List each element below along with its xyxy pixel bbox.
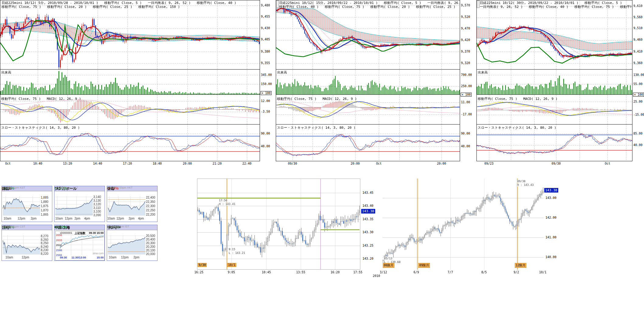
y-axis-label: 9,405 xyxy=(261,38,270,41)
y-axis-label: 85.00 xyxy=(633,132,642,135)
x-axis-label: 4pm xyxy=(84,217,90,220)
widget-plot[interactable] xyxy=(3,196,40,216)
x-axis-label: 18:40 xyxy=(149,162,165,166)
y-axis-label: 40.00 xyxy=(633,143,642,147)
y-axis-label: 130.00 xyxy=(633,73,644,77)
y-axis-label: 90.00 xyxy=(461,132,470,135)
volume-section-label: 出来高 xyxy=(1,70,11,75)
x-axis-label: 9:05 xyxy=(223,271,239,274)
y-axis-label: 8,260 xyxy=(41,238,48,241)
y-axis-label: 3,130 xyxy=(93,199,101,202)
x-axis-label: Oct xyxy=(371,162,387,166)
x-axis-label: 21:20 xyxy=(209,162,225,166)
y-axis-label: 1,880 xyxy=(41,200,48,203)
market-widget-china[interactable]: 中国 上海+1.72%sh000001上证指数09-30 15:00265626… xyxy=(54,225,105,261)
x-axis-label: 09:30 xyxy=(60,256,67,259)
stochastics-section-label: スロー・ストキャスティクス( 14, 3, 80, 20 ) xyxy=(478,125,556,130)
y-axis-label: 9,570 xyxy=(461,4,470,7)
y-axis-label: 9,460 xyxy=(633,38,642,42)
x-axis-label: 2pm xyxy=(129,217,134,220)
widget-plot[interactable] xyxy=(108,235,145,254)
y-axis-label: 9,430 xyxy=(261,26,270,30)
x-axis-label: Oct xyxy=(0,162,16,166)
nikkei-chart-30min[interactable]: 日経225mini 10/12( 30分, 2010/09/22 - 2010/… xyxy=(476,0,644,166)
y-axis-label: 143.30 xyxy=(362,230,373,234)
market-widget-taiwan[interactable]: 台湾+0.08%^TWIIOct 1, 1:25pm CST8,2708,260… xyxy=(2,225,52,261)
y-axis-label: 20,300 xyxy=(146,241,155,245)
y-axis-label: 9,480 xyxy=(261,4,270,7)
y-axis-label: 9,510 xyxy=(633,26,642,30)
x-axis-label: 09/30 xyxy=(548,162,564,166)
volume-section-label: 出来高 xyxy=(277,70,287,75)
widget-plot[interactable] xyxy=(3,235,40,254)
y-axis-label: 40.00 xyxy=(461,145,470,148)
nikkei225mini-5min-plot[interactable] xyxy=(0,0,260,161)
market-widget-india[interactable]: インド+1.87%^BSESNOct 1, 2:57pm IST20,50020… xyxy=(107,225,158,261)
fx-daily-plot[interactable] xyxy=(383,179,544,270)
x-axis-label: 20:00 xyxy=(434,162,449,166)
session-date-box: 10/1 xyxy=(227,263,236,267)
x-axis-label: 17:20 xyxy=(119,162,135,166)
contract-month-box: 09限月 xyxy=(418,263,430,268)
sina-time: 09-30 15:00 xyxy=(89,231,104,234)
y-axis-label: 20,100 xyxy=(146,249,155,252)
y-axis-label: 345.00 xyxy=(261,73,272,77)
market-widget-singapore[interactable]: シンガポール+1.07%^STIOct 1, 4:59pm SGT3,1403,… xyxy=(54,186,105,222)
x-axis-label: 3/12 xyxy=(376,271,391,274)
y-axis-label: 2633 xyxy=(56,239,62,242)
x-axis-label: 10am xyxy=(107,217,115,220)
y-axis-label: 22,350 xyxy=(146,200,155,203)
y-axis-label: 8,270 xyxy=(41,234,48,238)
low-annotation-time: 9:15 xyxy=(228,248,236,251)
macd-section-label: 移動平均( Close, 75 ) MACD( 12, 26, 9 ) xyxy=(277,97,357,101)
y-axis-label: 8,240 xyxy=(41,245,48,248)
yahoo-watermark: © Yahoo! xyxy=(107,186,119,189)
widget-plot[interactable] xyxy=(108,196,145,216)
nikkei-chart-5min[interactable]: 日経225mini 10/12( 5分, 2010/09/28 - 2010/1… xyxy=(0,0,275,166)
window-handle[interactable] xyxy=(276,1,279,8)
y-axis-label: 141.00 xyxy=(545,236,556,239)
x-axis-label: 09/30 xyxy=(285,162,300,166)
y-axis-label: 1,865 xyxy=(41,213,48,216)
y-axis-label: 3,100 xyxy=(93,210,101,213)
y-axis-label: 3,090 xyxy=(93,213,101,217)
y-axis-label: 143.35 xyxy=(362,217,373,221)
x-axis-label: 10:40 xyxy=(30,162,46,166)
x-axis-label: 4pm xyxy=(138,217,144,220)
y-axis-label: 40.00 xyxy=(261,145,270,148)
fx-intraday-chart[interactable]: 143.45143.40143.35143.30143.25143.20143.… xyxy=(197,179,379,279)
x-axis-label: 10:45 xyxy=(258,271,274,274)
x-axis-label: 14:40 xyxy=(90,162,106,166)
contract-month-box: 06限月 xyxy=(383,263,394,268)
macd-section-label: 移動平均( Close, 75 ) MACD( 12, 26, 9 ) xyxy=(1,97,81,101)
nikkei-chart-15min[interactable]: 日経225mini 10/12( 15分, 2010/09/22 - 2010/… xyxy=(276,0,478,166)
fx-intraday-plot[interactable] xyxy=(197,179,360,270)
widget-header[interactable]: 中国 上海+1.72% xyxy=(54,225,105,230)
window-handle[interactable] xyxy=(477,1,480,8)
y-axis-label: 20,200 xyxy=(146,245,155,248)
y-axis-label: 250.00 xyxy=(461,84,472,88)
axis-multiplier-label: × 100 xyxy=(261,91,272,95)
y-axis-label: 8,230 xyxy=(41,248,48,252)
y-axis-label: 140.00 xyxy=(545,255,556,259)
chart-legend: 一目均衡表( 9, 26, 52 ) 移動平均( Close, 40 ) 移動平… xyxy=(480,5,632,9)
y-axis-label: 9,360 xyxy=(633,61,642,65)
sina-watermark: sina.com xyxy=(93,252,104,255)
x-axis-label: 17:55 xyxy=(350,271,366,274)
macd-section-label: 移動平均( Close, 75 ) MACD( 12, 26, 9 ) xyxy=(478,97,558,101)
market-widget-korea[interactable]: 韓国+0.21%^KS11Oct 1, 2:56pm KST1,8851,880… xyxy=(2,186,52,222)
fx-daily-chart[interactable]: 143.00142.00141.00140.00143.3809/30H : 1… xyxy=(383,179,565,279)
sina-chart-frame: sh000001上证指数09-30 15:0026562633261125882… xyxy=(55,231,105,261)
x-axis-label: 16:20 xyxy=(327,271,343,274)
y-axis-label: 20,500 xyxy=(146,234,155,237)
market-widget-hongkong[interactable]: 香港-0.09%^HSISep 30, 3:59pm HKT22,40022,3… xyxy=(107,186,158,222)
market-change-pct: +1.72% xyxy=(54,225,103,229)
y-axis-label: 143.45 xyxy=(362,191,373,195)
y-axis-label: 1,885 xyxy=(41,196,48,199)
widget-plot[interactable] xyxy=(55,196,93,216)
nikkei225mini-30min-plot[interactable] xyxy=(476,0,632,161)
y-axis-label: 9,470 xyxy=(461,27,470,30)
current-price-box: 143.38 xyxy=(544,188,558,193)
nikkei225mini-15min-plot[interactable] xyxy=(276,0,460,161)
y-axis-label: 2656 xyxy=(56,234,62,237)
